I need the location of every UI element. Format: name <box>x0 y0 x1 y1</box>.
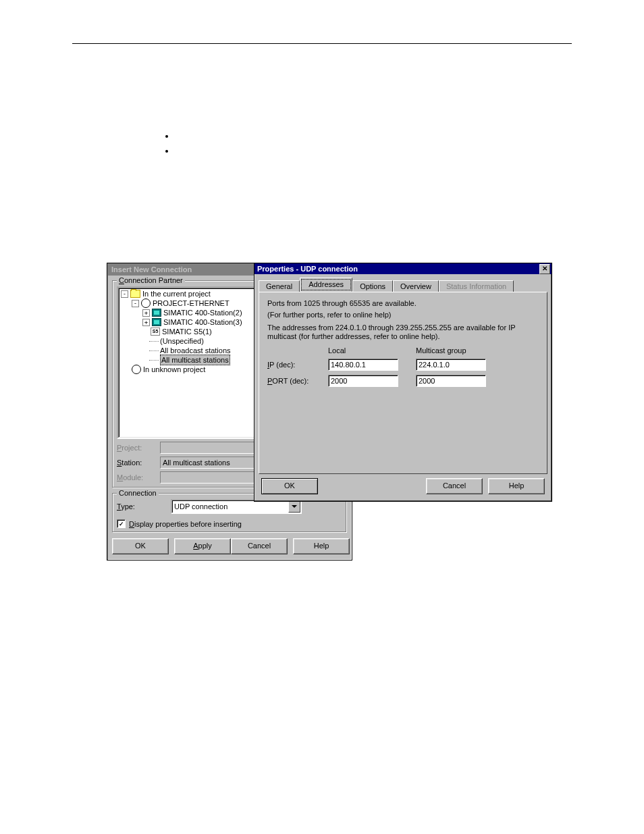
local-port-input[interactable]: 2000 <box>328 375 398 387</box>
tree-label: SIMATIC 400-Station(3) <box>163 317 242 327</box>
display-properties-checkbox[interactable]: ✓ <box>117 519 126 528</box>
col-local: Local <box>328 346 402 355</box>
connection-partner-legend: Connection Partner <box>117 276 185 284</box>
station-icon <box>152 309 161 317</box>
tree-label: (Unspecified) <box>160 336 204 346</box>
col-multicast: Multicast group <box>416 346 490 355</box>
ip-range-text: The addresses from 224.0.1.0 through 239… <box>267 323 539 341</box>
project-icon <box>141 298 151 308</box>
expand-icon[interactable]: + <box>142 319 150 326</box>
ok-button[interactable]: OK <box>261 478 318 494</box>
close-icon[interactable]: ✕ <box>539 264 550 274</box>
chevron-down-icon[interactable] <box>288 500 300 513</box>
tree-label: SIMATIC 400-Station(2) <box>163 308 242 317</box>
tree-connector-icon <box>149 341 159 342</box>
tree-label: SIMATIC S5(1) <box>162 327 212 336</box>
tree-label: All broadcast stations <box>160 346 231 355</box>
tree-connector-icon <box>149 350 159 351</box>
cancel-button[interactable]: Cancel <box>426 478 483 494</box>
tree-connector-icon <box>149 360 159 361</box>
project-label: Project: <box>117 444 160 452</box>
page-header-rule <box>72 43 572 44</box>
help-button[interactable]: Help <box>488 478 545 494</box>
tree-label: In unknown project <box>143 365 205 374</box>
properties-buttons: OK Cancel Help <box>254 478 552 501</box>
cancel-button[interactable]: Cancel <box>231 538 288 554</box>
addresses-tab-body: Ports from 1025 through 65535 are availa… <box>259 292 547 474</box>
tab-options[interactable]: Options <box>352 280 393 292</box>
tab-general[interactable]: General <box>259 280 300 292</box>
ports-text2: (For further ports, refer to online help… <box>267 311 539 319</box>
multicast-ip-input[interactable]: 224.0.1.0 <box>416 359 486 371</box>
tree-label-selected: All multicast stations <box>160 355 230 365</box>
ports-text1: Ports from 1025 through 65535 are availa… <box>267 299 539 308</box>
row-port-label: PORT (dec): <box>267 377 328 385</box>
project-icon <box>132 365 141 374</box>
tree-label: In the current project <box>142 289 211 298</box>
station-label: Station: <box>117 459 160 467</box>
address-grid: Local Multicast group IP (dec): 140.80.0… <box>267 346 539 387</box>
collapse-icon[interactable]: - <box>132 300 139 307</box>
local-ip-input[interactable]: 140.80.0.1 <box>328 359 398 371</box>
multicast-port-input[interactable]: 2000 <box>416 375 486 387</box>
ok-button[interactable]: OK <box>112 538 169 554</box>
connection-legend: Connection <box>117 489 159 497</box>
tab-status-information: Status Information <box>439 280 514 292</box>
apply-button[interactable]: Apply <box>174 538 231 554</box>
s5-icon: S5 <box>151 328 160 336</box>
properties-titlebar[interactable]: Properties - UDP connection ✕ <box>254 263 552 274</box>
type-label: Type: <box>117 502 171 511</box>
tab-addresses[interactable]: Addresses <box>300 278 352 292</box>
expand-icon[interactable]: + <box>142 309 150 317</box>
properties-tabs: General Addresses Options Overview Statu… <box>259 278 547 292</box>
module-label: Module: <box>117 473 160 481</box>
folder-icon <box>130 290 140 298</box>
help-button[interactable]: Help <box>293 538 350 554</box>
row-ip-label: IP (dec): <box>267 361 328 369</box>
properties-title: Properties - UDP connection <box>257 265 358 273</box>
properties-udp-window: Properties - UDP connection ✕ General Ad… <box>254 263 552 502</box>
tab-overview[interactable]: Overview <box>393 280 439 292</box>
type-select-value: UDP connection <box>172 502 227 511</box>
tree-label: PROJECT-ETHERNET <box>153 298 230 308</box>
collapse-icon[interactable]: - <box>121 290 128 298</box>
bullet-markers <box>165 135 168 165</box>
station-icon <box>152 318 161 326</box>
insert-buttons: OK Apply Cancel Help <box>107 536 352 560</box>
display-properties-label: Display properties before inserting <box>129 520 242 528</box>
